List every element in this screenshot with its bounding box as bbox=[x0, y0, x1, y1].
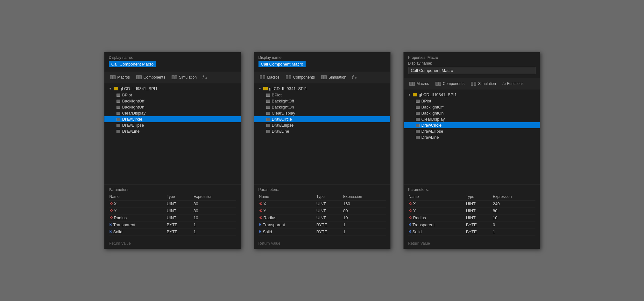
tree-item-drawline-2[interactable]: DrawLine bbox=[254, 128, 390, 134]
tree-arrow-3: ▼ bbox=[408, 93, 411, 96]
tree-item-backlightoff-1[interactable]: BacklightOff bbox=[104, 98, 241, 104]
tree-item-drawellipse-2[interactable]: DrawEllipse bbox=[254, 122, 390, 128]
tree-root-2[interactable]: ▼ gLCD_ILI9341_SPI1 bbox=[254, 85, 390, 92]
tab-macros-1[interactable]: Macros bbox=[108, 74, 132, 81]
display-name-label-1: Display name: bbox=[109, 55, 236, 60]
tree-section-2: ▼ gLCD_ILI9341_SPI1 BPlot BacklightOff B… bbox=[254, 83, 390, 185]
tree-item-drawline-label-3: DrawLine bbox=[421, 135, 439, 140]
item-icon-8 bbox=[266, 94, 270, 97]
tree-root-1[interactable]: ▼ gLCD_ILI9341_SPI1 bbox=[104, 85, 241, 92]
param-icon-red-4: ⟲ bbox=[259, 201, 262, 206]
param-expr-y-2[interactable]: 80 bbox=[343, 207, 386, 214]
tree-item-drawcircle-label-3: DrawCircle bbox=[421, 123, 442, 128]
param-name-x-2: ⟲ X bbox=[258, 200, 316, 207]
tree-item-backlightoff-3[interactable]: BacklightOff bbox=[404, 104, 540, 110]
params-label-3: Parameters: bbox=[408, 187, 535, 192]
params-section-1: Parameters: Name Type Expression ⟲ X UIN… bbox=[104, 185, 241, 238]
col-expr-1: Expression bbox=[193, 194, 236, 200]
tree-item-drawcircle-2[interactable]: DrawCircle bbox=[254, 116, 390, 122]
param-type-solid-3: BYTE bbox=[465, 228, 492, 235]
item-icon-4 bbox=[117, 112, 120, 115]
tab-functions-3[interactable]: fx Functions bbox=[500, 80, 526, 87]
param-row-y-1: ⟲ Y UINT 80 bbox=[109, 207, 236, 214]
tree-item-cleardisplay-2[interactable]: ClearDisplay bbox=[254, 110, 390, 116]
display-name-input-3[interactable] bbox=[408, 67, 535, 74]
param-row-y-2: ⟲ Y UINT 80 bbox=[258, 207, 386, 214]
item-icon-5 bbox=[117, 118, 120, 121]
tree-item-cleardisplay-label-2: ClearDisplay bbox=[272, 111, 295, 116]
param-icon-red-6: ⟲ bbox=[259, 215, 262, 220]
tab-fx-1[interactable]: fx bbox=[201, 74, 209, 81]
param-expr-transparent-3[interactable]: 0 bbox=[492, 221, 535, 228]
tree-item-bplot-2[interactable]: BPlot bbox=[254, 92, 390, 98]
tab-simulation-2[interactable]: Simulation bbox=[319, 74, 349, 81]
tree-item-cleardisplay-1[interactable]: ClearDisplay bbox=[104, 110, 241, 116]
param-icon-blue-5: B bbox=[409, 222, 411, 227]
tree-item-backlightoff-2[interactable]: BacklightOff bbox=[254, 98, 390, 104]
tree-root-label-1: gLCD_ILI9341_SPI1 bbox=[119, 86, 157, 91]
tree-item-drawellipse-label-2: DrawEllipse bbox=[272, 123, 294, 128]
param-row-transparent-3: B Transparent BYTE 0 bbox=[408, 221, 535, 228]
tree-item-drawellipse-3[interactable]: DrawEllipse bbox=[404, 128, 540, 134]
param-expr-solid-1[interactable]: 1 bbox=[193, 228, 236, 235]
tree-item-drawline-3[interactable]: DrawLine bbox=[404, 134, 540, 140]
tree-item-backlighton-2[interactable]: BacklightOn bbox=[254, 104, 390, 110]
param-row-x-3: ⟲ X UINT 240 bbox=[408, 200, 535, 207]
tree-item-bplot-1[interactable]: BPlot bbox=[104, 92, 241, 98]
param-expr-y-1[interactable]: 80 bbox=[193, 207, 236, 214]
tree-item-drawline-1[interactable]: DrawLine bbox=[104, 128, 241, 134]
panel-1-header: Display name: Call Component Macro bbox=[104, 52, 241, 72]
param-expr-x-3[interactable]: 240 bbox=[492, 200, 535, 207]
param-icon-blue-2: B bbox=[110, 229, 112, 234]
item-icon-7 bbox=[117, 130, 120, 133]
param-icon-red-3: ⟲ bbox=[110, 215, 113, 220]
tree-item-backlighton-1[interactable]: BacklightOn bbox=[104, 104, 241, 110]
param-expr-radius-2[interactable]: 10 bbox=[343, 214, 386, 221]
param-expr-solid-3[interactable]: 1 bbox=[492, 228, 535, 235]
param-name-transparent-2: B Transparent bbox=[258, 221, 316, 228]
tree-item-drawellipse-1[interactable]: DrawEllipse bbox=[104, 122, 241, 128]
param-expr-solid-2[interactable]: 1 bbox=[343, 228, 386, 235]
param-type-x-3: UINT bbox=[465, 200, 492, 207]
tree-item-bplot-3[interactable]: BPlot bbox=[404, 98, 540, 104]
tab-components-1[interactable]: Components bbox=[134, 74, 168, 81]
param-type-transparent-3: BYTE bbox=[465, 221, 492, 228]
properties-title: Properties: Macro bbox=[404, 52, 540, 61]
param-type-y-1: UINT bbox=[166, 207, 193, 214]
tab-macros-2[interactable]: Macros bbox=[257, 74, 282, 81]
item-icon-12 bbox=[266, 118, 270, 121]
tree-section-3: ▼ gLCD_ILI9341_SPI1 BPlot BacklightOff B… bbox=[404, 89, 540, 185]
tab-functions-label-3: Functions bbox=[507, 81, 524, 86]
item-icon-21 bbox=[416, 136, 420, 139]
tab-simulation-1[interactable]: Simulation bbox=[169, 74, 199, 81]
param-type-transparent-2: BYTE bbox=[316, 221, 343, 228]
tab-macros-label-1: Macros bbox=[117, 75, 130, 80]
param-expr-transparent-2[interactable]: 1 bbox=[343, 221, 386, 228]
tree-item-drawcircle-1[interactable]: DrawCircle bbox=[104, 116, 241, 122]
item-icon-19 bbox=[416, 124, 420, 127]
tree-item-label-2: BacklightOn bbox=[122, 105, 145, 109]
tree-item-cleardisplay-3[interactable]: ClearDisplay bbox=[404, 116, 540, 122]
param-expr-x-2[interactable]: 160 bbox=[343, 200, 386, 207]
tree-section-1: ▼ gLCD_ILI9341_SPI1 BPlot BacklightOff B… bbox=[104, 83, 241, 185]
tree-root-3[interactable]: ▼ gLCD_ILI9341_SPI1 bbox=[404, 91, 540, 98]
tab-fx-2[interactable]: fx bbox=[350, 74, 359, 81]
tree-item-backlighton-3[interactable]: BacklightOn bbox=[404, 110, 540, 116]
tab-macros-3[interactable]: Macros bbox=[407, 80, 432, 87]
param-name-solid-1: B Solid bbox=[109, 228, 166, 235]
param-expr-x-1[interactable]: 80 bbox=[193, 200, 236, 207]
tab-components-3[interactable]: Components bbox=[433, 80, 467, 87]
param-expr-transparent-1[interactable]: 1 bbox=[193, 221, 236, 228]
folder-icon-1 bbox=[114, 87, 118, 90]
param-expr-y-3[interactable]: 80 bbox=[492, 207, 535, 214]
tab-simulation-3[interactable]: Simulation bbox=[468, 80, 499, 87]
param-row-x-2: ⟲ X UINT 160 bbox=[258, 200, 386, 207]
param-expr-radius-1[interactable]: 10 bbox=[193, 214, 236, 221]
param-row-radius-1: ⟲ Radius UINT 10 bbox=[109, 214, 236, 221]
param-expr-radius-3[interactable]: 10 bbox=[492, 214, 535, 221]
col-expr-3: Expression bbox=[492, 194, 535, 200]
tab-macros-label-3: Macros bbox=[417, 81, 429, 86]
tree-item-drawcircle-3[interactable]: DrawCircle bbox=[404, 122, 540, 128]
item-icon-3 bbox=[117, 106, 120, 109]
tab-components-2[interactable]: Components bbox=[283, 74, 317, 81]
